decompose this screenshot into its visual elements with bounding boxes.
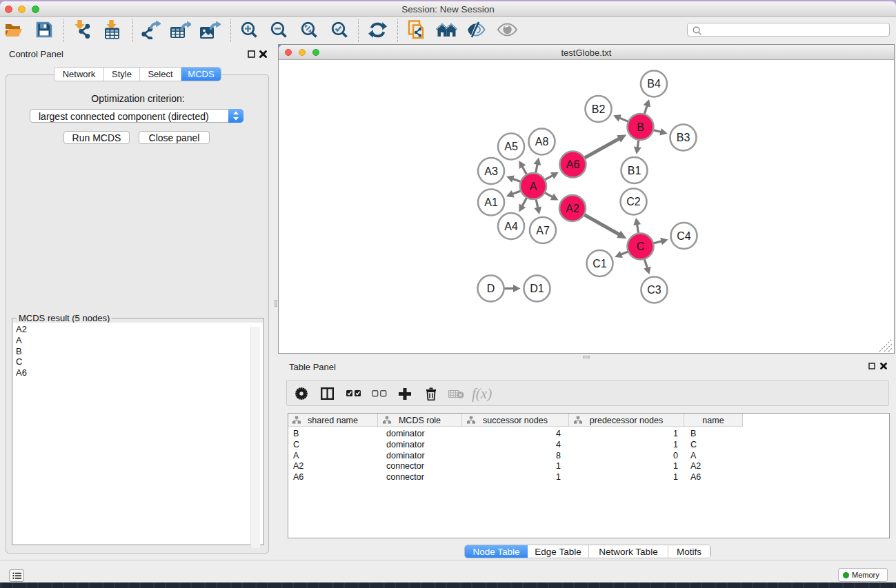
svg-text:C4: C4 bbox=[677, 230, 691, 242]
svg-text:A2: A2 bbox=[566, 203, 579, 214]
svg-text:B3: B3 bbox=[677, 132, 690, 143]
svg-text:B4: B4 bbox=[647, 78, 661, 90]
svg-text:B2: B2 bbox=[592, 103, 606, 115]
svg-text:C1: C1 bbox=[593, 258, 607, 270]
svg-text:A3: A3 bbox=[484, 165, 498, 177]
svg-text:A4: A4 bbox=[504, 221, 518, 232]
svg-text:A7: A7 bbox=[536, 225, 550, 236]
svg-text:C3: C3 bbox=[647, 284, 661, 296]
svg-text:B1: B1 bbox=[628, 165, 641, 176]
svg-text:A: A bbox=[530, 181, 537, 192]
svg-text:A8: A8 bbox=[535, 136, 549, 148]
svg-text:D1: D1 bbox=[530, 283, 544, 294]
svg-text:D: D bbox=[487, 283, 495, 294]
svg-text:C: C bbox=[637, 241, 645, 252]
svg-text:A1: A1 bbox=[484, 196, 498, 208]
svg-text:A6: A6 bbox=[566, 159, 580, 170]
svg-text:B: B bbox=[637, 121, 644, 133]
svg-text:C2: C2 bbox=[626, 196, 641, 207]
svg-text:A5: A5 bbox=[504, 141, 518, 152]
